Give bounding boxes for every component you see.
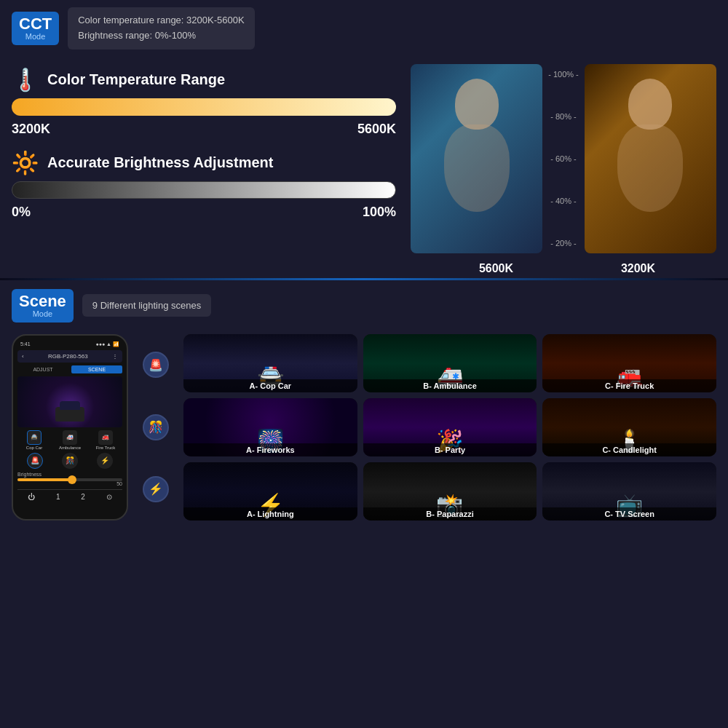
bottom-section: 5:41 ●●● ▲ 📶 ‹ RGB-P280-563 ⋮ ADJUST SCE… bbox=[0, 328, 728, 526]
color-temp-title: Color Temperature Range bbox=[47, 71, 225, 88]
scene-description: 9 Different lighting scenes bbox=[82, 294, 211, 317]
phone-slider-track[interactable] bbox=[17, 478, 122, 481]
lightning-label: A- Lightning bbox=[183, 507, 357, 521]
cool-label: 5600K bbox=[479, 262, 513, 275]
color-temp-labels: 3200K 5600K bbox=[12, 122, 396, 137]
phone-tab-scene[interactable]: SCENE bbox=[71, 365, 122, 373]
right-panel: - 100% - - 80% - - 60% - - 40% - - 20% -… bbox=[411, 57, 716, 275]
header-desc-line1: Color temperature range: 3200K-5600K bbox=[78, 13, 244, 28]
color-temp-max: 5600K bbox=[357, 122, 396, 137]
phone-bottom-bar: ⏻ 1 2 ⊙ bbox=[17, 489, 122, 501]
phone-scene-dot-a: 🚔 bbox=[27, 430, 41, 445]
scene-card-tv-screen[interactable]: C- TV Screen bbox=[542, 462, 716, 521]
thermometer-icon: 🌡️ bbox=[12, 67, 39, 92]
scene-card-lightning[interactable]: A- Lightning bbox=[183, 462, 357, 521]
separator-1 bbox=[0, 278, 728, 280]
phone-scene-b[interactable]: 🚑 Ambulance bbox=[53, 430, 87, 450]
header-desc-line2: Brightness range: 0%-100% bbox=[78, 28, 244, 44]
warm-label: 3200K bbox=[621, 262, 655, 275]
phone-icon-row: 🚨 🎊 ⚡ bbox=[17, 453, 122, 469]
phone-scene-dot-c: 🚒 bbox=[98, 430, 113, 445]
connector-lightning-icon: ⚡ bbox=[143, 476, 169, 502]
scale-80: - 80% - bbox=[547, 112, 579, 121]
fireworks-label: A- Fireworks bbox=[183, 443, 357, 456]
scene-connector: 🚨 🎊 ⚡ bbox=[140, 334, 172, 521]
phone-scene-dot-b: 🚑 bbox=[63, 430, 77, 445]
phone-scene-c[interactable]: 🚒 Fire Truck bbox=[89, 430, 122, 450]
brightness-slider[interactable] bbox=[12, 181, 396, 199]
phone-layers-icon[interactable]: ⊙ bbox=[106, 493, 112, 501]
cct-subtitle: Mode bbox=[19, 32, 52, 41]
left-panel: 🌡️ Color Temperature Range 3200K 5600K 🔆… bbox=[12, 57, 396, 275]
scale-100: - 100% - bbox=[547, 70, 579, 79]
phone-app-name: RGB-P280-563 bbox=[48, 353, 88, 360]
phone-status-bar: 5:41 ●●● ▲ 📶 bbox=[17, 341, 122, 350]
color-temp-row: 🌡️ Color Temperature Range bbox=[12, 67, 396, 92]
brightness-min: 0% bbox=[12, 205, 31, 220]
scale-labels: - 100% - - 80% - - 60% - - 40% - - 20% - bbox=[547, 64, 579, 253]
phone-preview-car bbox=[55, 407, 84, 422]
paparazzi-label: B- Paparazzi bbox=[363, 507, 537, 521]
phone-header: ‹ RGB-P280-563 ⋮ bbox=[17, 350, 122, 363]
cct-title: CCT bbox=[19, 16, 52, 32]
phone-scenes-grid: 🚔 Cop Car 🚑 Ambulance 🚒 Fire Truck bbox=[17, 430, 122, 450]
cool-portrait-bg bbox=[411, 64, 542, 253]
scene-card-fire-truck[interactable]: C- Fire Truck bbox=[542, 334, 716, 392]
scene-card-party[interactable]: B- Party bbox=[363, 398, 537, 456]
phone-scene-label-c: Fire Truck bbox=[96, 446, 116, 450]
phone-power-icon[interactable]: ⏻ bbox=[28, 493, 35, 501]
tv-screen-label: C- TV Screen bbox=[542, 507, 716, 521]
connector-party-icon: 🎊 bbox=[143, 414, 169, 440]
phone-slider-fill bbox=[17, 478, 70, 481]
phone-num-1[interactable]: 1 bbox=[56, 493, 60, 501]
phone-menu-icon[interactable]: ⋮ bbox=[112, 353, 118, 360]
phone-tabs: ADJUST SCENE bbox=[17, 365, 122, 373]
brightness-labels: 0% 100% bbox=[12, 205, 396, 220]
phone-back-icon[interactable]: ‹ bbox=[22, 353, 24, 360]
scene-card-cop-car[interactable]: A- Cop Car bbox=[183, 334, 357, 392]
phone-btn-party[interactable]: 🎊 bbox=[62, 453, 78, 469]
phone-scene-label-b: Ambulance bbox=[59, 446, 81, 450]
connector-alarm-icon: 🚨 bbox=[143, 352, 169, 378]
scene-badge: Scene Mode bbox=[12, 289, 74, 323]
main-content: 🌡️ Color Temperature Range 3200K 5600K 🔆… bbox=[0, 57, 728, 275]
cop-car-label: A- Cop Car bbox=[183, 379, 357, 392]
fire-truck-label: C- Fire Truck bbox=[542, 379, 716, 392]
ambulance-label: B- Ambulance bbox=[363, 379, 537, 392]
scene-card-candlelight[interactable]: C- Candlelight bbox=[542, 398, 716, 456]
header-bar: CCT Mode Color temperature range: 3200K-… bbox=[0, 0, 728, 57]
warm-portrait-figure bbox=[585, 64, 716, 253]
scene-bar: Scene Mode 9 Different lighting scenes bbox=[0, 283, 728, 328]
color-temp-slider[interactable] bbox=[12, 98, 396, 116]
phone-tab-adjust[interactable]: ADJUST bbox=[17, 365, 68, 373]
phone-btn-lightning[interactable]: ⚡ bbox=[97, 453, 113, 469]
candlelight-label: C- Candlelight bbox=[542, 443, 716, 456]
comparison-labels-row: 5600K 3200K bbox=[411, 258, 716, 275]
phone-preview bbox=[17, 376, 122, 427]
phone-time: 5:41 bbox=[20, 341, 31, 347]
phone-num-2[interactable]: 2 bbox=[81, 493, 85, 501]
phone-scene-a[interactable]: 🚔 Cop Car bbox=[17, 430, 51, 450]
phone-slider-row: Brightness 50 bbox=[17, 472, 122, 486]
phone-btn-alarm[interactable]: 🚨 bbox=[27, 453, 43, 469]
brightness-title: Accurate Brightness Adjustment bbox=[47, 154, 273, 171]
phone-scene-label-a: Cop Car bbox=[26, 446, 42, 450]
brightness-icon: 🔆 bbox=[12, 150, 39, 175]
scale-40: - 40% - bbox=[547, 197, 579, 205]
cool-portrait-figure bbox=[411, 64, 542, 253]
scene-card-paparazzi[interactable]: B- Paparazzi bbox=[363, 462, 537, 521]
cct-badge: CCT Mode bbox=[12, 12, 59, 45]
scale-60: - 60% - bbox=[547, 154, 579, 163]
brightness-max: 100% bbox=[363, 205, 396, 220]
scene-card-fireworks[interactable]: A- Fireworks bbox=[183, 398, 357, 456]
scene-grid: A- Cop Car B- Ambulance C- Fire Truck A-… bbox=[183, 334, 716, 521]
header-description: Color temperature range: 3200K-5600K Bri… bbox=[68, 7, 254, 50]
party-label: B- Party bbox=[363, 443, 537, 456]
scale-20: - 20% - bbox=[547, 239, 579, 248]
brightness-row: 🔆 Accurate Brightness Adjustment bbox=[12, 150, 396, 175]
scene-title: Scene bbox=[19, 293, 66, 309]
warm-portrait bbox=[585, 64, 716, 253]
scene-card-ambulance[interactable]: B- Ambulance bbox=[363, 334, 537, 392]
phone-mockup: 5:41 ●●● ▲ 📶 ‹ RGB-P280-563 ⋮ ADJUST SCE… bbox=[12, 334, 128, 521]
phone-signal: ●●● ▲ 📶 bbox=[95, 341, 119, 347]
